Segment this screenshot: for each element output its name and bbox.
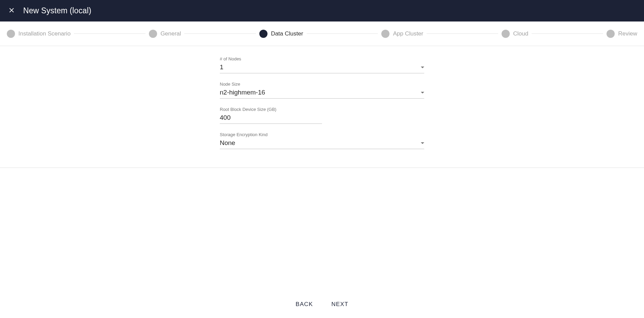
field-storage-encryption: Storage Encryption Kind None [220,132,424,149]
next-button[interactable]: Next [327,298,352,310]
field-label: Node Size [220,82,424,87]
node-size-select[interactable]: n2-highmem-16 [220,87,424,99]
step-connector [307,33,378,34]
field-label: # of Nodes [220,56,424,61]
step-connector [427,33,498,34]
app-bar: New System (local) [0,0,644,21]
field-num-nodes: # of Nodes 1 [220,56,424,73]
step-dot [149,30,157,38]
step-label: Review [618,30,637,37]
field-value: n2-highmem-16 [220,89,418,96]
page-title: New System (local) [23,6,91,15]
root-block-size-input-wrap [220,113,322,124]
step-label: Data Cluster [271,30,303,37]
step-dot [381,30,389,38]
step-connector [74,33,145,34]
step-app-cluster[interactable]: App Cluster [381,30,423,38]
close-button[interactable] [5,4,18,18]
step-connector [532,33,603,34]
step-general[interactable]: General [149,30,181,38]
step-review[interactable]: Review [607,30,637,38]
step-cloud[interactable]: Cloud [502,30,528,38]
step-label: App Cluster [393,30,423,37]
chevron-down-icon [421,67,424,68]
step-data-cluster[interactable]: Data Cluster [259,30,303,38]
step-dot [607,30,615,38]
field-label: Storage Encryption Kind [220,132,424,137]
step-connector [184,33,256,34]
stepper: Installation Scenario General Data Clust… [0,21,644,46]
form-panel: # of Nodes 1 Node Size n2-highmem-16 Roo… [0,46,644,168]
step-label: General [160,30,181,37]
field-label: Root Block Device Size (GB) [220,107,424,112]
wizard-actions: Back Next [0,298,644,310]
root-block-size-input[interactable] [220,114,322,121]
step-dot [7,30,15,38]
back-button[interactable]: Back [291,298,317,310]
field-root-block-size: Root Block Device Size (GB) [220,107,424,124]
step-label: Cloud [513,30,528,37]
field-node-size: Node Size n2-highmem-16 [220,82,424,99]
close-icon [8,6,15,15]
step-label: Installation Scenario [18,30,71,37]
chevron-down-icon [421,92,424,93]
storage-encryption-select[interactable]: None [220,138,424,149]
num-nodes-select[interactable]: 1 [220,62,424,73]
step-dot [259,30,267,38]
chevron-down-icon [421,142,424,144]
field-value: None [220,139,418,147]
step-installation-scenario[interactable]: Installation Scenario [7,30,71,38]
step-dot [502,30,510,38]
field-value: 1 [220,63,418,71]
